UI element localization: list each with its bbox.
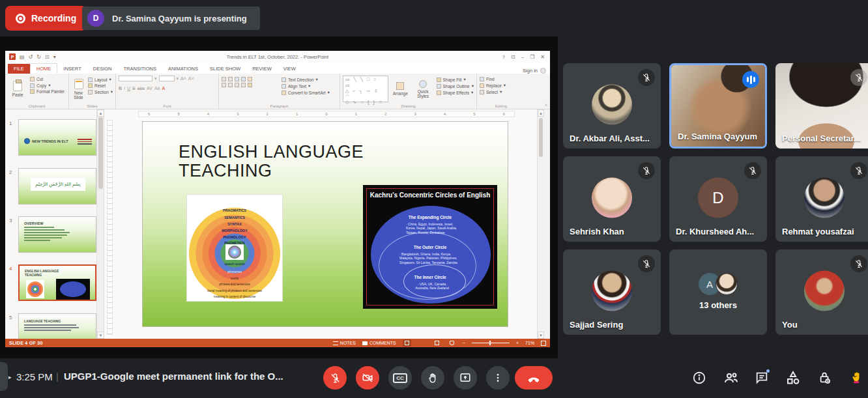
expand-arrow-icon[interactable]: ▸ (8, 374, 12, 380)
leave-call-button[interactable] (515, 366, 553, 390)
close-button[interactable]: ✕ (540, 54, 545, 60)
mic-toggle-button[interactable] (323, 366, 347, 390)
tab-file[interactable]: FILE (8, 64, 30, 74)
present-button[interactable] (454, 366, 477, 390)
replace-button[interactable]: Replace ▾ (480, 83, 506, 88)
reading-view-button[interactable] (433, 339, 441, 347)
find-button[interactable]: Find (480, 77, 506, 81)
quick-styles-button[interactable]: Quick Styles (412, 76, 434, 102)
list-buttons[interactable] (222, 77, 279, 81)
tab-slideshow[interactable]: SLIDE SHOW (204, 64, 246, 74)
layout-button[interactable]: Layout ▾ (88, 77, 113, 82)
bold-button[interactable]: B (119, 86, 122, 91)
help-button[interactable]: ? (502, 54, 505, 60)
scroll-up-icon[interactable]: ▲ (97, 109, 104, 117)
brush-icon (30, 89, 35, 94)
restore-button[interactable]: ❐ (530, 54, 534, 60)
host-controls-button[interactable] (815, 368, 835, 388)
panel-handle[interactable] (0, 362, 8, 391)
comments-icon (362, 341, 368, 345)
sign-in-button[interactable]: Sign in (523, 68, 550, 74)
text-direction-button[interactable]: Text Direction ▾ (282, 77, 330, 82)
cut-button[interactable]: Cut (30, 77, 65, 81)
meet-top-bar: Recording D Dr. Samina Qayyum is present… (0, 0, 868, 36)
zoom-slider[interactable] (472, 343, 510, 343)
shrink-font-icon[interactable]: A˅ (188, 76, 194, 81)
tab-transitions[interactable]: TRANSITIONS (117, 64, 162, 74)
shapes-gallery[interactable]: ▭ ╲ ╲ □ ○ ▭ △ ⌐ ┐ ⇨ ⇩ ◠ ◇ ∿ ∩ { } ☆ (343, 76, 388, 102)
fit-slide-icon[interactable] (541, 341, 546, 346)
tab-animations[interactable]: ANIMATIONS (162, 64, 204, 74)
participant-tile-sajjad[interactable]: Sajjad Sering (563, 249, 661, 335)
paste-button[interactable]: Paste (8, 76, 27, 102)
camera-toggle-button[interactable] (356, 366, 379, 390)
comments-button[interactable]: COMMENTS (362, 341, 396, 345)
tab-review[interactable]: REVIEW (246, 64, 278, 74)
font-color-button[interactable]: A (162, 86, 165, 91)
zoom-level[interactable]: 71% (525, 341, 534, 345)
activities-button[interactable] (783, 368, 803, 388)
thumbnails-scrollbar[interactable]: ▲ ▼ (96, 109, 104, 339)
new-slide-button[interactable]: New Slide (72, 76, 85, 102)
scroll-up-icon[interactable]: ▲ (538, 109, 544, 117)
raise-hand-button[interactable] (421, 366, 444, 390)
shape-outline-button[interactable]: Shape Outline ▾ (437, 83, 474, 89)
self-tile[interactable]: You (775, 249, 868, 335)
grow-font-icon[interactable]: A˄ (181, 76, 186, 81)
copy-button[interactable]: Copy ▾ (30, 83, 65, 88)
scroll-down-icon[interactable]: ▼ (97, 332, 104, 339)
tab-home[interactable]: HOME (30, 63, 58, 74)
strikethrough-button[interactable]: abc (137, 86, 145, 91)
participant-tile-sehrish[interactable]: Sehrish Khan (563, 156, 661, 242)
participant-tile-rehmat[interactable]: Rehmat yousafzai (775, 156, 868, 242)
participant-tile-akbar[interactable]: Dr. Akbar Ali, Asst... (563, 63, 661, 149)
participant-tile-khursheed[interactable]: D Dr. Khursheed Ah... (669, 156, 767, 242)
participant-tile-samina[interactable]: Dr. Samina Qayyum (669, 63, 767, 149)
chat-button[interactable] (752, 368, 772, 388)
format-painter-button[interactable]: Format Painter (30, 89, 65, 94)
align-buttons[interactable] (222, 83, 279, 87)
participant-tile-secretary[interactable]: Personal Secretar... (775, 63, 868, 149)
slide-sorter-view-button[interactable] (418, 339, 426, 347)
raised-hand-indicator-icon[interactable] (847, 368, 867, 388)
collapse-ribbon-icon[interactable]: ˄ (545, 103, 547, 107)
kachru-circles-image: Kachru's Concentric Circles of English T… (363, 185, 497, 309)
captions-button[interactable]: CC (388, 366, 412, 390)
tab-insert[interactable]: INSERT (57, 64, 87, 74)
shape-fill-button[interactable]: Shape Fill ▾ (437, 77, 474, 82)
convert-smartart-button[interactable]: Convert to SmartArt ▾ (282, 90, 330, 95)
vertical-ruler (107, 120, 113, 335)
select-button[interactable]: Select ▾ (480, 89, 506, 94)
show-participants-button[interactable] (721, 368, 741, 388)
svg-text:literal meaning of phrases and: literal meaning of phrases and sentences (207, 289, 262, 292)
shadow-button[interactable]: S (132, 86, 136, 91)
ribbon-display-button[interactable]: ⊡ (511, 54, 515, 60)
normal-view-button[interactable] (403, 339, 411, 347)
meeting-details-button[interactable] (689, 368, 709, 388)
editor-scrollbar[interactable]: ▲ ▼ (537, 109, 543, 339)
tab-view[interactable]: VIEW (278, 64, 302, 74)
align-text-button[interactable]: Align Text ▾ (282, 83, 330, 89)
font-size-box[interactable] (159, 76, 175, 81)
change-case-button[interactable]: Aa (154, 86, 160, 91)
font-group: ▾ ▾ A˄ A˅ B I U S abc AV Aa A (116, 74, 219, 109)
tab-design[interactable]: DESIGN (87, 64, 118, 74)
arrange-icon (396, 82, 404, 90)
reset-button[interactable]: Reset (88, 83, 113, 88)
font-name-box[interactable] (119, 76, 152, 81)
underline-button[interactable]: U (127, 86, 130, 91)
section-button[interactable]: Section ▾ (88, 89, 113, 94)
shape-effects-button[interactable]: Shape Effects ▾ (437, 90, 474, 95)
scroll-down-icon[interactable]: ▼ (538, 332, 544, 339)
slideshow-view-button[interactable] (448, 339, 456, 347)
char-spacing-button[interactable]: AV (147, 86, 152, 91)
italic-button[interactable]: I (124, 86, 125, 91)
others-tile[interactable]: A 13 others (669, 249, 767, 335)
mic-muted-icon (638, 69, 655, 86)
zoom-in-button[interactable]: + (516, 341, 519, 345)
more-options-button[interactable] (486, 366, 510, 390)
minimize-button[interactable]: – (521, 54, 524, 60)
arrange-button[interactable]: Arrange (391, 76, 410, 102)
notes-button[interactable]: NOTES (333, 341, 356, 345)
zoom-out-button[interactable]: − (463, 341, 465, 345)
